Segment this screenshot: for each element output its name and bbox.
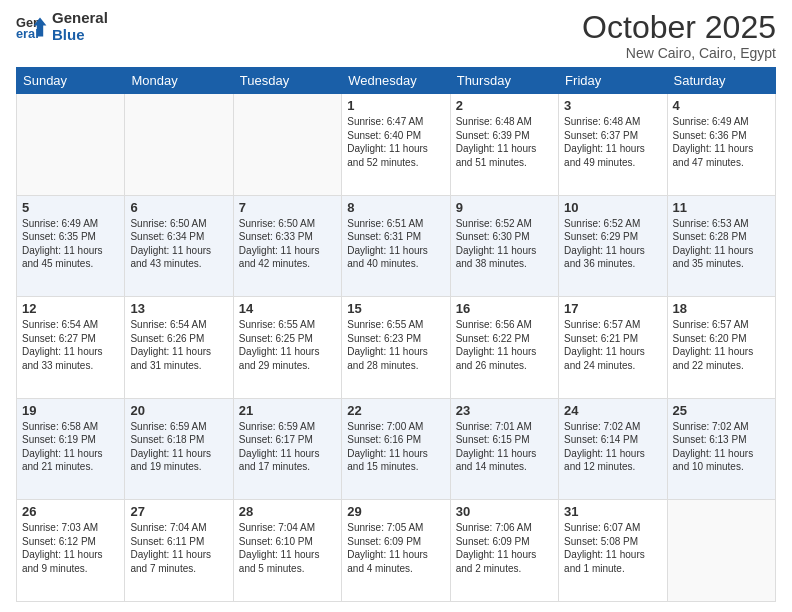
cell-info: Sunrise: 7:04 AM Sunset: 6:10 PM Dayligh…: [239, 521, 336, 575]
cell-info: Sunrise: 6:48 AM Sunset: 6:39 PM Dayligh…: [456, 115, 553, 169]
weekday-header-thursday: Thursday: [450, 68, 558, 94]
calendar-cell: 25Sunrise: 7:02 AM Sunset: 6:13 PM Dayli…: [667, 398, 775, 500]
cell-info: Sunrise: 6:56 AM Sunset: 6:22 PM Dayligh…: [456, 318, 553, 372]
day-number: 31: [564, 504, 661, 519]
day-number: 29: [347, 504, 444, 519]
day-number: 22: [347, 403, 444, 418]
calendar-cell: 12Sunrise: 6:54 AM Sunset: 6:27 PM Dayli…: [17, 297, 125, 399]
cell-info: Sunrise: 6:55 AM Sunset: 6:25 PM Dayligh…: [239, 318, 336, 372]
calendar-cell: 17Sunrise: 6:57 AM Sunset: 6:21 PM Dayli…: [559, 297, 667, 399]
calendar-cell: 30Sunrise: 7:06 AM Sunset: 6:09 PM Dayli…: [450, 500, 558, 602]
calendar-cell: 15Sunrise: 6:55 AM Sunset: 6:23 PM Dayli…: [342, 297, 450, 399]
location-text: New Cairo, Cairo, Egypt: [582, 45, 776, 61]
calendar-cell: 5Sunrise: 6:49 AM Sunset: 6:35 PM Daylig…: [17, 195, 125, 297]
calendar-cell: 16Sunrise: 6:56 AM Sunset: 6:22 PM Dayli…: [450, 297, 558, 399]
calendar-week-row: 26Sunrise: 7:03 AM Sunset: 6:12 PM Dayli…: [17, 500, 776, 602]
logo-text-line2: Blue: [52, 27, 108, 44]
calendar-cell: 6Sunrise: 6:50 AM Sunset: 6:34 PM Daylig…: [125, 195, 233, 297]
cell-info: Sunrise: 6:55 AM Sunset: 6:23 PM Dayligh…: [347, 318, 444, 372]
cell-info: Sunrise: 6:59 AM Sunset: 6:17 PM Dayligh…: [239, 420, 336, 474]
day-number: 7: [239, 200, 336, 215]
month-title: October 2025: [582, 10, 776, 45]
cell-info: Sunrise: 7:01 AM Sunset: 6:15 PM Dayligh…: [456, 420, 553, 474]
calendar-cell: 1Sunrise: 6:47 AM Sunset: 6:40 PM Daylig…: [342, 94, 450, 196]
day-number: 1: [347, 98, 444, 113]
day-number: 25: [673, 403, 770, 418]
cell-info: Sunrise: 6:57 AM Sunset: 6:20 PM Dayligh…: [673, 318, 770, 372]
day-number: 26: [22, 504, 119, 519]
day-number: 12: [22, 301, 119, 316]
calendar-cell: 31Sunrise: 6:07 AM Sunset: 5:08 PM Dayli…: [559, 500, 667, 602]
calendar-week-row: 5Sunrise: 6:49 AM Sunset: 6:35 PM Daylig…: [17, 195, 776, 297]
page-header: Gen eral General Blue October 2025 New C…: [16, 10, 776, 61]
cell-info: Sunrise: 6:54 AM Sunset: 6:26 PM Dayligh…: [130, 318, 227, 372]
cell-info: Sunrise: 6:59 AM Sunset: 6:18 PM Dayligh…: [130, 420, 227, 474]
calendar-cell: 21Sunrise: 6:59 AM Sunset: 6:17 PM Dayli…: [233, 398, 341, 500]
calendar-cell: 7Sunrise: 6:50 AM Sunset: 6:33 PM Daylig…: [233, 195, 341, 297]
calendar-cell: 4Sunrise: 6:49 AM Sunset: 6:36 PM Daylig…: [667, 94, 775, 196]
calendar-week-row: 19Sunrise: 6:58 AM Sunset: 6:19 PM Dayli…: [17, 398, 776, 500]
cell-info: Sunrise: 6:54 AM Sunset: 6:27 PM Dayligh…: [22, 318, 119, 372]
day-number: 15: [347, 301, 444, 316]
calendar-cell: 9Sunrise: 6:52 AM Sunset: 6:30 PM Daylig…: [450, 195, 558, 297]
calendar-cell: [125, 94, 233, 196]
calendar-cell: 24Sunrise: 7:02 AM Sunset: 6:14 PM Dayli…: [559, 398, 667, 500]
logo-text-line1: General: [52, 10, 108, 27]
calendar-cell: [233, 94, 341, 196]
calendar-cell: 20Sunrise: 6:59 AM Sunset: 6:18 PM Dayli…: [125, 398, 233, 500]
day-number: 13: [130, 301, 227, 316]
cell-info: Sunrise: 6:57 AM Sunset: 6:21 PM Dayligh…: [564, 318, 661, 372]
calendar-cell: 22Sunrise: 7:00 AM Sunset: 6:16 PM Dayli…: [342, 398, 450, 500]
day-number: 9: [456, 200, 553, 215]
cell-info: Sunrise: 6:50 AM Sunset: 6:33 PM Dayligh…: [239, 217, 336, 271]
calendar-cell: [667, 500, 775, 602]
weekday-header-tuesday: Tuesday: [233, 68, 341, 94]
calendar-week-row: 1Sunrise: 6:47 AM Sunset: 6:40 PM Daylig…: [17, 94, 776, 196]
cell-info: Sunrise: 7:03 AM Sunset: 6:12 PM Dayligh…: [22, 521, 119, 575]
day-number: 18: [673, 301, 770, 316]
cell-info: Sunrise: 7:00 AM Sunset: 6:16 PM Dayligh…: [347, 420, 444, 474]
cell-info: Sunrise: 6:50 AM Sunset: 6:34 PM Dayligh…: [130, 217, 227, 271]
cell-info: Sunrise: 7:02 AM Sunset: 6:13 PM Dayligh…: [673, 420, 770, 474]
day-number: 2: [456, 98, 553, 113]
calendar-cell: 19Sunrise: 6:58 AM Sunset: 6:19 PM Dayli…: [17, 398, 125, 500]
calendar-cell: 29Sunrise: 7:05 AM Sunset: 6:09 PM Dayli…: [342, 500, 450, 602]
cell-info: Sunrise: 6:49 AM Sunset: 6:35 PM Dayligh…: [22, 217, 119, 271]
day-number: 19: [22, 403, 119, 418]
cell-info: Sunrise: 6:07 AM Sunset: 5:08 PM Dayligh…: [564, 521, 661, 575]
logo: Gen eral General Blue: [16, 10, 108, 43]
day-number: 11: [673, 200, 770, 215]
cell-info: Sunrise: 6:58 AM Sunset: 6:19 PM Dayligh…: [22, 420, 119, 474]
cell-info: Sunrise: 6:53 AM Sunset: 6:28 PM Dayligh…: [673, 217, 770, 271]
cell-info: Sunrise: 6:51 AM Sunset: 6:31 PM Dayligh…: [347, 217, 444, 271]
calendar-cell: 11Sunrise: 6:53 AM Sunset: 6:28 PM Dayli…: [667, 195, 775, 297]
calendar-cell: 23Sunrise: 7:01 AM Sunset: 6:15 PM Dayli…: [450, 398, 558, 500]
day-number: 21: [239, 403, 336, 418]
calendar-cell: 28Sunrise: 7:04 AM Sunset: 6:10 PM Dayli…: [233, 500, 341, 602]
cell-info: Sunrise: 6:49 AM Sunset: 6:36 PM Dayligh…: [673, 115, 770, 169]
calendar-cell: 18Sunrise: 6:57 AM Sunset: 6:20 PM Dayli…: [667, 297, 775, 399]
calendar-cell: 3Sunrise: 6:48 AM Sunset: 6:37 PM Daylig…: [559, 94, 667, 196]
day-number: 24: [564, 403, 661, 418]
day-number: 23: [456, 403, 553, 418]
cell-info: Sunrise: 6:52 AM Sunset: 6:29 PM Dayligh…: [564, 217, 661, 271]
day-number: 16: [456, 301, 553, 316]
weekday-header-wednesday: Wednesday: [342, 68, 450, 94]
day-number: 30: [456, 504, 553, 519]
day-number: 4: [673, 98, 770, 113]
cell-info: Sunrise: 6:48 AM Sunset: 6:37 PM Dayligh…: [564, 115, 661, 169]
day-number: 28: [239, 504, 336, 519]
cell-info: Sunrise: 7:04 AM Sunset: 6:11 PM Dayligh…: [130, 521, 227, 575]
day-number: 6: [130, 200, 227, 215]
calendar-cell: 10Sunrise: 6:52 AM Sunset: 6:29 PM Dayli…: [559, 195, 667, 297]
day-number: 8: [347, 200, 444, 215]
cell-info: Sunrise: 6:47 AM Sunset: 6:40 PM Dayligh…: [347, 115, 444, 169]
calendar-cell: [17, 94, 125, 196]
weekday-header-sunday: Sunday: [17, 68, 125, 94]
cell-info: Sunrise: 7:05 AM Sunset: 6:09 PM Dayligh…: [347, 521, 444, 575]
calendar-cell: 13Sunrise: 6:54 AM Sunset: 6:26 PM Dayli…: [125, 297, 233, 399]
weekday-header-row: SundayMondayTuesdayWednesdayThursdayFrid…: [17, 68, 776, 94]
day-number: 20: [130, 403, 227, 418]
calendar-cell: 2Sunrise: 6:48 AM Sunset: 6:39 PM Daylig…: [450, 94, 558, 196]
cell-info: Sunrise: 7:02 AM Sunset: 6:14 PM Dayligh…: [564, 420, 661, 474]
